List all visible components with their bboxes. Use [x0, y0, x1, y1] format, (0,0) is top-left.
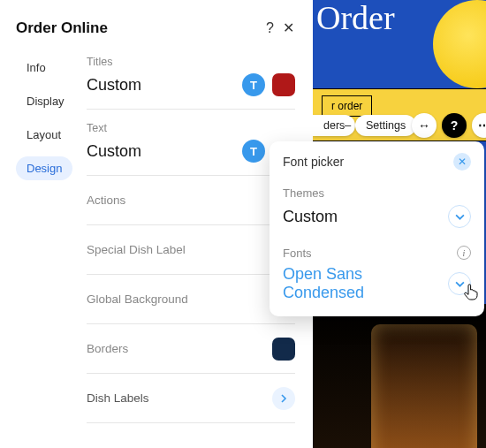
themes-dropdown-icon[interactable] [448, 205, 471, 228]
section-titles-label: Titles [87, 56, 295, 68]
themes-label: Themes [283, 186, 471, 200]
preview-glass-graphic [371, 324, 477, 448]
section-global-bg[interactable]: Global Background [87, 275, 295, 324]
stretch-icon[interactable]: ↔ [412, 113, 437, 138]
borders-label[interactable]: Borders [87, 337, 265, 361]
section-text-label: Text [87, 122, 295, 134]
themes-value[interactable]: Custom [283, 208, 448, 226]
section-special-dish[interactable]: Special Dish Label [87, 225, 295, 275]
section-dish-labels[interactable]: Dish Labels [87, 374, 295, 423]
sidebar-item-info[interactable]: Info [16, 56, 57, 80]
special-dish-label: Special Dish Label [87, 238, 295, 262]
preview-lemon-graphic [433, 0, 486, 88]
info-icon[interactable]: i [457, 246, 471, 260]
toolbar-dash: – [345, 118, 351, 132]
fonts-dropdown-icon[interactable] [448, 272, 471, 295]
fonts-label: Fonts i [283, 246, 471, 260]
global-bg-label: Global Background [87, 287, 295, 311]
preview-heading: Order [316, 0, 395, 37]
chevron-right-icon[interactable] [272, 387, 295, 410]
close-icon[interactable]: ✕ [453, 153, 471, 171]
sidebar: Info Display Layout Design [0, 49, 87, 423]
preview-order-label: r order [322, 95, 372, 117]
toolbar-pill-settings[interactable]: Settings [355, 115, 416, 136]
section-borders: Borders [87, 324, 295, 374]
section-titles: Titles Custom T [87, 52, 295, 110]
font-picker-popover: Font picker ✕ Themes Custom Fonts i Open… [270, 141, 484, 316]
close-icon[interactable]: ✕ [278, 16, 299, 40]
sidebar-item-layout[interactable]: Layout [16, 123, 72, 147]
sidebar-item-design[interactable]: Design [16, 156, 72, 180]
help-icon[interactable]: ? [442, 113, 467, 138]
sidebar-item-display[interactable]: Display [16, 89, 75, 113]
text-style-icon[interactable]: T [242, 73, 265, 96]
panel-title: Order Online [16, 19, 262, 37]
panel-header: Order Online ? ✕ [0, 0, 313, 49]
titles-color-swatch[interactable] [272, 73, 295, 96]
dish-labels-label: Dish Labels [87, 386, 265, 410]
fonts-value[interactable]: Open Sans Condensed [283, 265, 448, 302]
text-value[interactable]: Custom [87, 142, 235, 161]
actions-label: Actions [87, 188, 295, 212]
settings-panel: Order Online ? ✕ Info Display Layout Des… [0, 0, 313, 448]
titles-value[interactable]: Custom [87, 76, 235, 95]
section-text: Text Custom T [87, 110, 295, 176]
section-actions[interactable]: Actions [87, 176, 295, 225]
text-style-icon[interactable]: T [242, 140, 265, 163]
preview-dark-photo [313, 304, 486, 448]
borders-color-swatch[interactable] [272, 338, 295, 361]
help-icon[interactable]: ? [262, 17, 278, 40]
font-picker-title: Font picker [283, 155, 453, 169]
